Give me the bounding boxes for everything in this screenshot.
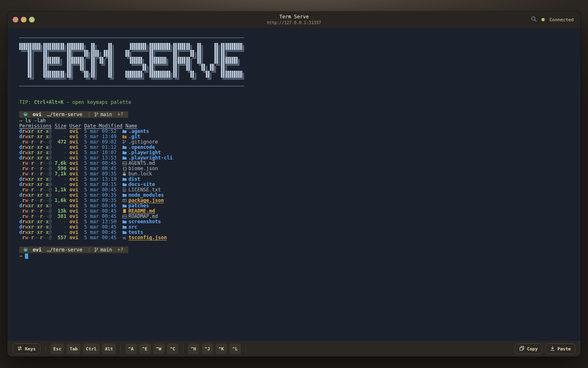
file-name[interactable]: README.md (128, 208, 155, 214)
file-date: 5 mar 13:53 (84, 155, 116, 161)
prompt-line-2: ovi…/term-serve|main+? (19, 246, 576, 254)
key-button-ctrl-w[interactable]: ^W (153, 343, 165, 354)
key-button-ctrl-e[interactable]: ^E (139, 343, 151, 354)
file-size: - (55, 203, 67, 209)
key-button-ctrl-c[interactable]: ^C (167, 343, 178, 354)
file-date: 5 mar 00:45 (84, 203, 116, 209)
prompt-separator: | (87, 112, 90, 117)
traffic-lights (7, 17, 35, 22)
file-date: 5 mar 09:15 (84, 182, 116, 187)
zoom-window-button[interactable] (29, 17, 35, 22)
file-name: node_modules (128, 192, 164, 198)
file-date: 5 mar 09:35 (84, 192, 116, 198)
file-row: .rw-r--r--@ 557 ovi 5 mar 00:45 TS tscon… (19, 235, 576, 240)
keys-button[interactable]: Keys (13, 343, 40, 354)
file-size: - (55, 128, 67, 134)
app-window: Term Serve http://127.0.0.1:31337 Connec… (7, 11, 581, 357)
file-name: .agents (128, 128, 149, 134)
key-button-ctrl-j[interactable]: ^J (202, 343, 213, 354)
ascii-banner (19, 38, 576, 86)
file-size: - (55, 219, 67, 224)
prompt-user: ovi (33, 247, 42, 253)
copy-button[interactable]: Copy (515, 343, 542, 354)
toolbar: Keys EscTabCtrlAlt^A^E^W^C^H^J^K^L Copy … (7, 341, 581, 357)
shell-prompt: ovi…/term-serve|main+? (19, 247, 128, 253)
file-date: 5 mar 00:45 (84, 160, 116, 166)
file-name: .git (128, 134, 140, 139)
key-button-ctrl[interactable]: Ctrl (83, 343, 100, 354)
close-window-button[interactable] (13, 17, 18, 22)
paste-button-label: Paste (557, 346, 571, 352)
window-title: Term Serve (279, 14, 309, 20)
toolbar-divider (183, 345, 183, 353)
git-branch-icon (94, 112, 98, 117)
file-name: tests (128, 229, 143, 235)
file-name: AGENTS.md (128, 160, 155, 166)
paste-download-icon (550, 346, 555, 352)
file-size: 472 (55, 139, 67, 145)
prompt-line-1: ovi…/term-serve|main+? (19, 110, 576, 118)
file-owner: ovi (69, 166, 78, 171)
key-button-tab[interactable]: Tab (67, 343, 80, 354)
key-button-alt[interactable]: Alt (102, 343, 116, 354)
file-date: 5 mar 13:50 (84, 219, 116, 224)
file-name: bun.lock (128, 171, 152, 177)
server-url: http://127.0.0.1:31337 (267, 20, 321, 25)
tip-line: TIP: Ctrl+Alt+K - open keymaps palette (19, 100, 576, 105)
paste-button[interactable]: Paste (546, 343, 575, 354)
file-owner: ovi (69, 219, 78, 224)
key-button-esc[interactable]: Esc (51, 343, 65, 354)
file-date: 5 mar 00:45 (84, 235, 116, 240)
git-branch-icon (94, 247, 98, 252)
file-name[interactable]: package.json (128, 197, 164, 203)
file-date: 5 mar 13:19 (84, 176, 116, 182)
tip-description: - open keymaps palette (67, 99, 131, 105)
tip-hotkey: Ctrl+Alt+K (34, 99, 63, 105)
minimize-window-button[interactable] (21, 17, 27, 22)
connection-status-label: Connected (549, 17, 574, 22)
file-date: 5 mar 13:49 (84, 134, 116, 139)
terminal-screen[interactable]: TIP: Ctrl+Alt+K - open keymaps palette o… (7, 28, 581, 341)
file-name: .gitignore (128, 139, 158, 145)
file-owner: ovi (69, 229, 78, 235)
prompt-branch: main (100, 247, 112, 253)
prompt-branch: main (100, 112, 112, 117)
prompt-git-status: +? (118, 112, 123, 117)
file-size: - (55, 182, 67, 187)
file-date: 5 mar 10:07 (84, 150, 116, 155)
file-owner: ovi (69, 182, 78, 187)
file-name: .opencode (128, 144, 155, 150)
file-date: 5 mar 00:45 (84, 213, 116, 219)
file-size: 7,1k (55, 171, 67, 177)
tip-label: TIP: (19, 99, 31, 105)
file-size: - (55, 224, 67, 230)
file-size: - (55, 134, 67, 139)
search-button[interactable] (531, 16, 537, 23)
file-date: 5 mar 00:45 (84, 208, 116, 214)
shell-prompt: ovi…/term-serve|main+? (19, 111, 128, 118)
file-size: 13k (55, 208, 67, 214)
ts-icon: TS (122, 236, 125, 241)
copy-icon (519, 346, 524, 352)
file-date: 5 mar 09:35 (84, 197, 116, 203)
file-owner: ovi (69, 197, 78, 203)
copy-button-label: Copy (527, 346, 538, 352)
file-owner: ovi (69, 160, 78, 166)
prompt-path: …/term-serve (47, 112, 82, 117)
file-size: - (55, 176, 67, 182)
file-name: dist (128, 176, 140, 182)
file-name[interactable]: tsconfig.json (128, 235, 167, 240)
file-owner: ovi (69, 192, 78, 198)
file-name: docs-site (128, 182, 155, 187)
key-button-ctrl-k[interactable]: ^K (216, 343, 227, 354)
banner-text (19, 43, 576, 78)
key-button-ctrl-a[interactable]: ^A (125, 343, 137, 354)
file-size: 1,1k (55, 187, 67, 193)
key-button-ctrl-h[interactable]: ^H (188, 343, 199, 354)
toolbar-divider (245, 345, 246, 353)
file-size: 557 (55, 235, 67, 240)
file-owner: ovi (69, 176, 78, 182)
file-owner: ovi (69, 171, 78, 177)
key-button-ctrl-l[interactable]: ^L (229, 343, 241, 354)
file-name: patches (128, 203, 149, 209)
